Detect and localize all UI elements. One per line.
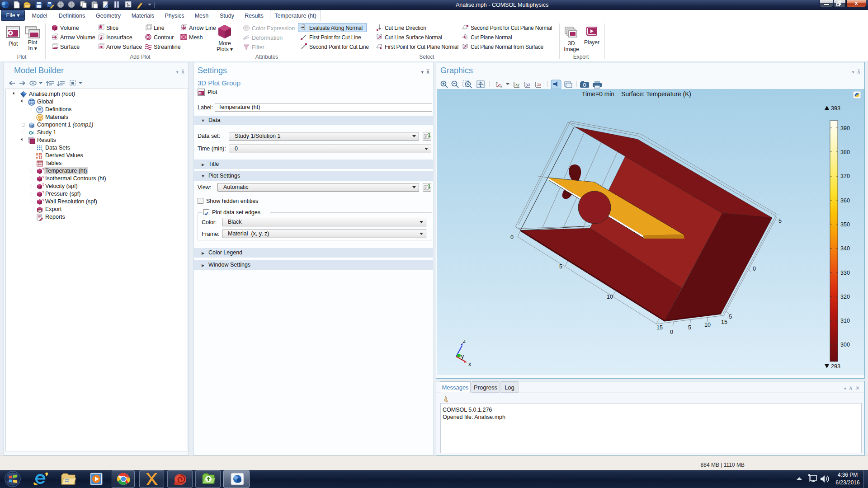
- svg-text:15: 15: [656, 324, 663, 331]
- svg-text:360: 360: [840, 197, 850, 204]
- svg-text:5: 5: [559, 263, 562, 270]
- svg-text:5: 5: [778, 218, 782, 224]
- svg-text:Time=0 min Surface: Tempera: Time=0 min Surface: Temperature (K): [582, 91, 691, 98]
- svg-text:370: 370: [840, 173, 850, 179]
- svg-text:393: 393: [831, 105, 840, 112]
- svg-text:390: 390: [840, 125, 850, 131]
- svg-text:300: 300: [840, 342, 850, 348]
- svg-text:5: 5: [688, 324, 691, 331]
- svg-text:-5: -5: [727, 314, 732, 320]
- svg-text:10: 10: [704, 322, 711, 328]
- svg-text:330: 330: [840, 270, 850, 276]
- svg-text:310: 310: [840, 318, 850, 324]
- svg-text:10: 10: [607, 294, 613, 300]
- svg-text:0: 0: [510, 234, 514, 240]
- svg-text:zx: zx: [537, 82, 542, 87]
- svg-text:yz: yz: [526, 82, 531, 87]
- svg-text:z: z: [463, 338, 466, 344]
- svg-text:0: 0: [670, 329, 673, 335]
- svg-text:15: 15: [721, 319, 727, 325]
- svg-text:340: 340: [840, 245, 850, 252]
- svg-text:380: 380: [840, 149, 850, 155]
- svg-text:xy: xy: [515, 82, 520, 87]
- svg-text:y: y: [461, 353, 464, 360]
- svg-text:293: 293: [831, 363, 840, 370]
- svg-text:350: 350: [840, 221, 850, 228]
- svg-text:x: x: [468, 361, 471, 367]
- svg-text:320: 320: [840, 294, 850, 300]
- svg-text:0: 0: [753, 266, 756, 272]
